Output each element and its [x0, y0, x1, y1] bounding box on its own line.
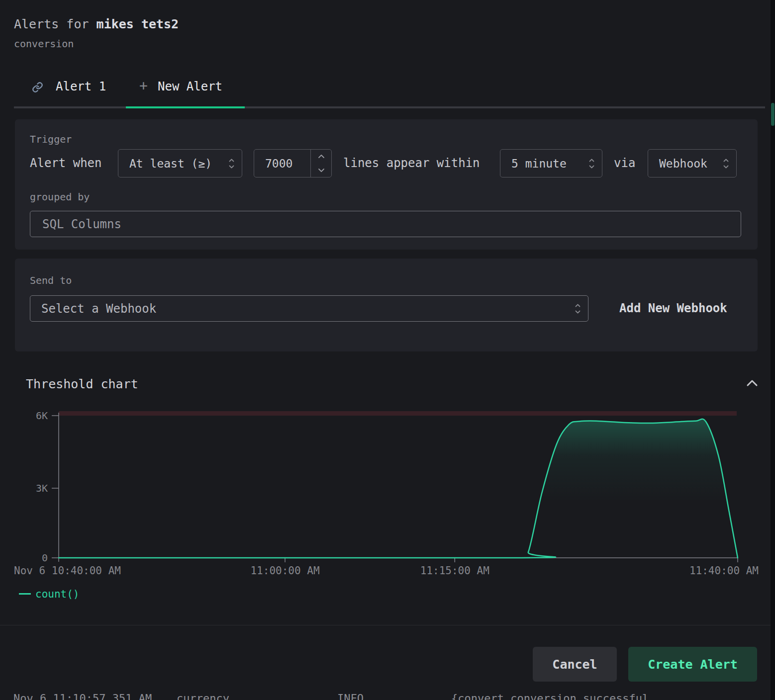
svg-text:11:40:00 AM: 11:40:00 AM: [689, 565, 759, 577]
trigger-label: Trigger: [30, 133, 72, 145]
create-alert-button[interactable]: Create Alert: [628, 647, 757, 682]
svg-text:11:15:00 AM: 11:15:00 AM: [420, 565, 489, 577]
legend-series-label: count(): [35, 588, 80, 600]
number-spinner: [310, 150, 331, 177]
grouped-by-input[interactable]: [30, 211, 741, 237]
alert-when-label: Alert when: [30, 156, 102, 171]
page-title-source-name: mikes tets2: [97, 17, 179, 31]
tab-alert-1[interactable]: Alert 1: [56, 80, 106, 93]
add-new-webhook-button[interactable]: Add New Webhook: [619, 301, 727, 315]
tab-new-alert[interactable]: New Alert: [158, 80, 222, 93]
svg-text:0: 0: [42, 552, 48, 564]
tab-bar-underline: [14, 106, 765, 108]
legend-dash-icon: [19, 593, 31, 595]
spinner-up-button[interactable]: [311, 150, 331, 164]
threshold-band: [59, 411, 737, 416]
grouped-by-label: grouped by: [30, 191, 90, 203]
webhook-select[interactable]: Select a Webhook: [30, 295, 588, 322]
svg-text:6K: 6K: [36, 410, 48, 422]
active-tab-indicator: [126, 106, 245, 108]
svg-text:3K: 3K: [36, 482, 48, 494]
lines-appear-within-label: lines appear within: [343, 156, 480, 171]
alert-modal: Alerts for mikes tets2 conversion Alert …: [0, 0, 775, 700]
threshold-value-input[interactable]: 7000: [254, 149, 332, 177]
interval-value: 5 minute: [511, 157, 567, 170]
chevron-updown-icon: [723, 158, 729, 170]
spinner-down-button[interactable]: [311, 164, 331, 177]
link-icon: [32, 82, 43, 95]
count-series-line: [59, 419, 738, 558]
footer-divider: [0, 625, 775, 625]
log-timestamp: Nov 6 11:10:57.351 AM: [13, 692, 152, 700]
channel-select[interactable]: Webhook: [648, 149, 737, 177]
threshold-type-value: At least (≥): [129, 157, 212, 170]
log-level: INFO: [337, 692, 364, 700]
cancel-button[interactable]: Cancel: [533, 647, 617, 682]
log-service: currency: [177, 692, 229, 700]
threshold-value: 7000: [254, 150, 310, 177]
threshold-type-select[interactable]: At least (≥): [118, 149, 242, 177]
scrollbar-thumb[interactable]: [771, 103, 775, 126]
chevron-updown-icon: [228, 158, 235, 170]
page-title: Alerts for mikes tets2: [14, 17, 179, 31]
threshold-chart-title: Threshold chart: [26, 377, 138, 391]
page-title-prefix: Alerts for: [14, 17, 97, 31]
chevron-updown-icon: [575, 303, 581, 315]
svg-text:11:00:00 AM: 11:00:00 AM: [250, 565, 319, 577]
plus-icon: +: [139, 78, 148, 94]
send-to-label: Send to: [30, 274, 72, 286]
webhook-select-value: Select a Webhook: [41, 302, 156, 316]
collapse-chevron-up-icon[interactable]: [745, 378, 759, 391]
chevron-updown-icon: [588, 158, 595, 170]
channel-value: Webhook: [659, 157, 707, 170]
via-label: via: [614, 156, 635, 171]
page-subtitle: conversion: [14, 38, 74, 50]
log-message: {convert conversion successful: [451, 692, 649, 700]
interval-select[interactable]: 5 minute: [500, 149, 602, 177]
svg-text:Nov 6 10:40:00 AM: Nov 6 10:40:00 AM: [14, 565, 121, 577]
